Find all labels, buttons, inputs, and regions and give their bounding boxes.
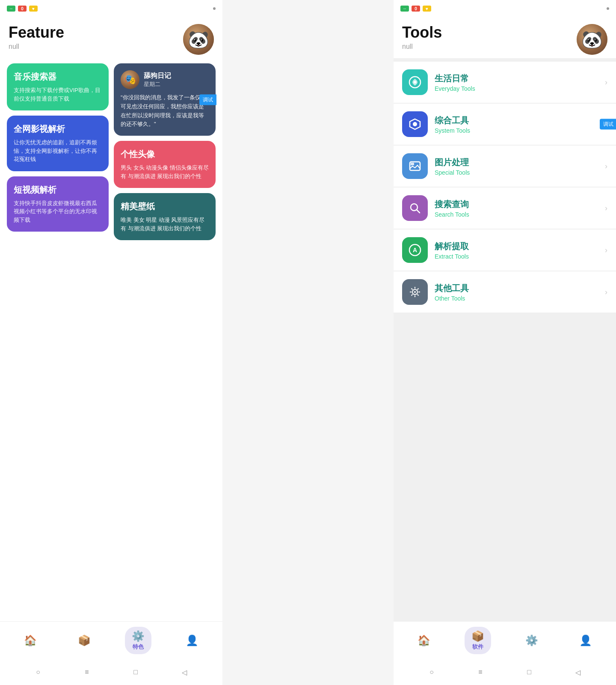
nav-user-right[interactable]: 👤 (572, 631, 599, 650)
home-icon: 🏠 (24, 634, 37, 646)
tool-search[interactable]: 搜索查询 Search Tools › (394, 188, 616, 229)
user-icon-left: 👤 (186, 634, 198, 646)
back-icon-left[interactable]: ◁ (178, 666, 190, 678)
box-icon: 📦 (78, 634, 91, 646)
feature-content: 音乐搜索器 支持搜索与下载付费或VIP歌曲，目前仅支持普通音质下载 全网影视解析… (0, 58, 222, 621)
diary-day: 星期二 (144, 80, 171, 88)
other-title-zh: 其他工具 (435, 283, 598, 294)
video-analysis-desc: 让你无忧无虑的追剧，追剧不再烦恼，支持全网影视解析，让你不再花冤枉钱 (14, 138, 102, 164)
nav-feature-left[interactable]: ⚙️ 特色 (125, 627, 151, 654)
short-video-desc: 支持快手抖音皮皮虾微视最右西瓜视频小红书等多个平台的无水印视频下载 (14, 199, 102, 224)
tools-content: 生活日常 Everyday Tools › 综合工具 System Tools … (394, 58, 616, 621)
avatar-card[interactable]: 个性头像 男头 女头 动漫头像 情侣头像应有尽有 与潮流俱进 展现出我们的个性 (114, 141, 216, 188)
tool-image[interactable]: 图片处理 Special Tools › (394, 146, 616, 187)
status-icon-r1: ··· (400, 6, 409, 12)
other-text: 其他工具 Other Tools (435, 283, 598, 302)
user-icon-right: 👤 (579, 634, 592, 646)
back-icon-right[interactable]: ◁ (572, 666, 584, 678)
diary-debug-badge[interactable]: 调试 (199, 94, 216, 105)
svg-text:A: A (413, 247, 417, 253)
tools-avatar-image (577, 24, 607, 55)
everyday-text: 生活日常 Everyday Tools (435, 73, 598, 92)
search-title-en: Search Tools (435, 211, 598, 218)
nav-software-right[interactable]: 📦 软件 (465, 627, 491, 654)
search-text: 搜索查询 Search Tools (435, 199, 598, 218)
tools-icon: ⚙️ (525, 634, 538, 646)
diary-header: 🎭 舔狗日记 星期二 (121, 70, 209, 89)
search-title-zh: 搜索查询 (435, 199, 598, 210)
software-icon: 📦 (471, 630, 484, 642)
image-title-zh: 图片处理 (435, 157, 598, 168)
status-icon-2: 0 (18, 6, 27, 12)
diary-text: "你没回我的消息，我发了一条仅你可见也没任何回应，我想你应该是在忙所以没时间理我… (121, 93, 209, 129)
nav-user-left[interactable]: 👤 (179, 631, 205, 650)
status-icon-1: ··· (7, 6, 15, 12)
tool-system[interactable]: 综合工具 System Tools › 调试 (394, 104, 616, 145)
system-text: 综合工具 System Tools (435, 115, 598, 134)
tools-avatar[interactable] (577, 24, 607, 55)
status-bar-left: ··· 0 ♥ (0, 0, 222, 17)
feature-subtitle: null (9, 43, 64, 51)
video-analysis-card[interactable]: 全网影视解析 让你无忧无虑的追剧，追剧不再烦恼，支持全网影视解析，让你不再花冤枉… (7, 116, 109, 171)
tools-subtitle: null (402, 43, 442, 51)
system-debug-badge[interactable]: 调试 (600, 119, 616, 130)
nav-box-left[interactable]: 📦 (71, 631, 98, 650)
tool-everyday[interactable]: 生活日常 Everyday Tools › (394, 62, 616, 103)
svg-point-2 (413, 122, 417, 126)
extract-chevron: › (605, 246, 607, 255)
circle-icon-left[interactable]: ○ (32, 666, 44, 678)
menu-icon-right[interactable]: ≡ (474, 666, 486, 678)
svg-line-6 (417, 210, 420, 213)
everyday-title-zh: 生活日常 (435, 73, 598, 84)
menu-icon-left[interactable]: ≡ (81, 666, 93, 678)
wallpaper-card[interactable]: 精美壁纸 唯美 美女 明星 动漫 风景照应有尽有 与潮流俱进 展现出我们的个性 (114, 193, 216, 240)
music-search-card[interactable]: 音乐搜索器 支持搜索与下载付费或VIP歌曲，目前仅支持普通音质下载 (7, 63, 109, 110)
extract-text: 解析提取 Extract Tools (435, 241, 598, 260)
wallpaper-card-title: 精美壁纸 (121, 201, 209, 212)
short-video-card[interactable]: 短视频解析 支持快手抖音皮皮虾微视最右西瓜视频小红书等多个平台的无水印视频下载 (7, 176, 109, 232)
circle-icon-right[interactable]: ○ (426, 666, 438, 678)
extract-title-zh: 解析提取 (435, 241, 598, 252)
feature-header-text: Feature null (9, 24, 64, 51)
image-icon-wrap (402, 153, 428, 179)
tools-bottom-nav: 🏠 📦 软件 ⚙️ 👤 (394, 621, 616, 659)
square-icon-left[interactable]: □ (130, 666, 142, 678)
status-icons-right: ··· 0 ♥ (400, 6, 431, 12)
tools-header-text: Tools null (402, 24, 442, 51)
everyday-chevron: › (605, 78, 607, 87)
feature-avatar[interactable] (183, 24, 214, 55)
system-icon-wrap (402, 111, 428, 137)
image-icon (408, 159, 422, 173)
music-search-title: 音乐搜索器 (14, 71, 102, 83)
square-icon-right[interactable]: □ (523, 666, 535, 678)
search-chevron: › (605, 204, 607, 213)
tool-extract[interactable]: A 解析提取 Extract Tools › (394, 229, 616, 271)
diary-info: 舔狗日记 星期二 (144, 71, 171, 88)
svg-point-10 (414, 291, 416, 293)
system-icon (408, 117, 422, 131)
status-right-right (607, 7, 609, 10)
svg-line-16 (418, 295, 419, 296)
home-icon-right: 🏠 (418, 634, 430, 646)
tool-other[interactable]: 其他工具 Other Tools › (394, 271, 616, 313)
status-icon-r2: 0 (412, 6, 420, 12)
feature-header: Feature null (0, 17, 222, 58)
sys-nav-left: ○ ≡ □ ◁ (0, 659, 222, 685)
avatar-image (183, 24, 214, 55)
diary-card[interactable]: 🎭 舔狗日记 星期二 "你没回我的消息，我发了一条仅你可见也没任何回应，我想你应… (114, 63, 216, 136)
image-text: 图片处理 Special Tools (435, 157, 598, 176)
feature-title: Feature (9, 24, 64, 41)
everyday-icon (408, 75, 422, 89)
status-icon-r3: ♥ (423, 6, 431, 12)
feature-bottom-nav: 🏠 📦 ⚙️ 特色 👤 (0, 621, 222, 659)
nav-tools-right[interactable]: ⚙️ (518, 631, 545, 650)
tools-header: Tools null (394, 17, 616, 58)
everyday-title-en: Everyday Tools (435, 85, 598, 92)
nav-home-right[interactable]: 🏠 (411, 631, 437, 650)
feature-panel: ··· 0 ♥ Feature null 音乐搜索器 支持搜索与下载付费或VIP… (0, 0, 222, 685)
tools-title: Tools (402, 24, 442, 41)
nav-home-left[interactable]: 🏠 (17, 631, 44, 650)
status-right-left (213, 7, 216, 10)
other-icon-wrap (402, 279, 428, 305)
other-icon (408, 285, 422, 299)
